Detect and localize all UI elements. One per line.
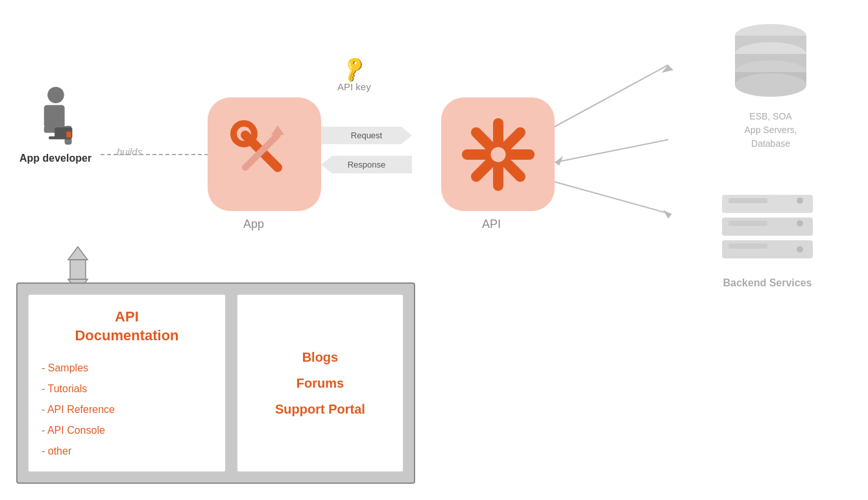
svg-marker-7 (68, 247, 88, 260)
svg-point-10 (47, 87, 64, 103)
svg-marker-20 (271, 125, 284, 135)
api-gear-icon (459, 116, 537, 194)
person-icon (30, 84, 82, 149)
svg-point-32 (735, 73, 806, 97)
svg-point-25 (489, 145, 507, 164)
api-label: API (482, 218, 501, 231)
database-icon (725, 19, 816, 104)
community-blogs: Blogs (275, 344, 365, 370)
diagram-container: App developer builds App 🔑 API key Reque… (0, 0, 868, 500)
docs-item-api-reference: - API Reference (42, 399, 212, 420)
api-icon-box (441, 97, 555, 211)
docs-item-api-console: - API Console (42, 420, 212, 441)
app-tools-icon (226, 116, 304, 194)
request-response-area: Request Response (321, 127, 444, 185)
backend-services-label: Backend Services (716, 277, 819, 289)
svg-line-1 (555, 65, 668, 127)
svg-rect-9 (70, 260, 86, 279)
api-key-area: 🔑 API key (337, 58, 371, 92)
svg-line-5 (555, 182, 671, 214)
request-arrow: Request (321, 127, 412, 144)
svg-line-3 (555, 140, 668, 162)
svg-rect-11 (43, 105, 64, 128)
portal-outer-box: APIDocumentation - Samples - Tutorials -… (16, 282, 415, 484)
svg-rect-37 (729, 221, 767, 226)
community-box: Blogs Forums Support Portal (236, 294, 404, 473)
servers-icon (716, 192, 819, 269)
servers-icon-group: Backend Services (716, 192, 819, 289)
api-key-label: API key (337, 81, 371, 92)
docs-item-samples: - Samples (42, 358, 212, 379)
api-docs-title: APIDocumentation (42, 308, 212, 345)
request-arrow-row: Request (321, 127, 444, 144)
app-developer-label: App developer (19, 153, 91, 164)
svg-rect-34 (729, 198, 767, 203)
api-docs-box: APIDocumentation - Samples - Tutorials -… (27, 294, 226, 473)
database-icon-group: ESB, SOAApp Servers,Database (725, 19, 816, 151)
app-label: App (243, 218, 264, 231)
community-title: Blogs Forums Support Portal (275, 344, 365, 422)
response-arrow: Response (321, 156, 412, 173)
community-forums: Forums (275, 370, 365, 396)
app-icon-box (208, 97, 321, 211)
api-docs-items: - Samples - Tutorials - API Reference - … (42, 358, 212, 462)
svg-marker-2 (662, 65, 673, 73)
svg-point-38 (797, 220, 803, 227)
svg-marker-6 (663, 210, 671, 219)
docs-item-tutorials: - Tutorials (42, 379, 212, 399)
svg-rect-16 (66, 132, 71, 138)
key-icon: 🔑 (339, 54, 369, 84)
builds-label: builds (117, 146, 142, 157)
svg-point-41 (797, 246, 803, 253)
docs-item-other: - other (42, 441, 212, 462)
esb-label: ESB, SOAApp Servers,Database (725, 110, 816, 151)
svg-point-35 (797, 197, 803, 204)
community-support: Support Portal (275, 396, 365, 422)
app-developer-section: App developer (19, 84, 91, 164)
svg-marker-4 (555, 156, 563, 166)
svg-rect-40 (729, 244, 767, 249)
response-arrow-row: Response (321, 156, 444, 173)
